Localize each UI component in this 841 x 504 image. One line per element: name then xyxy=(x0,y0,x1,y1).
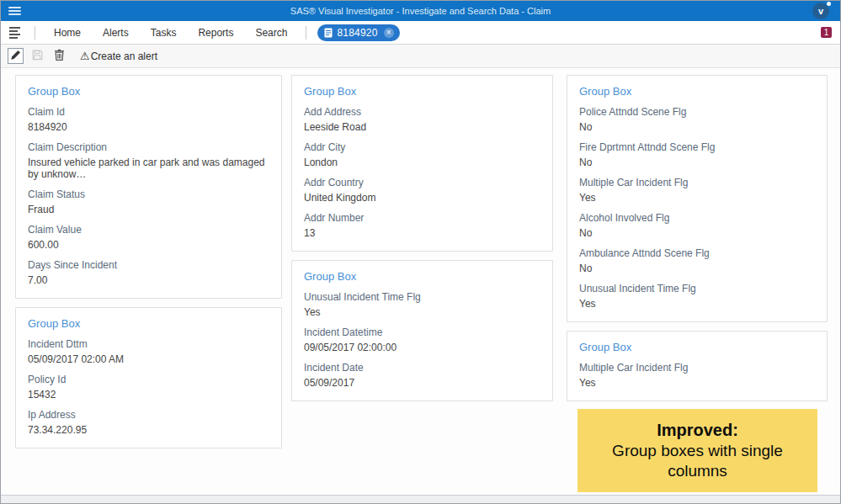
field-value: Leeside Road xyxy=(304,121,540,133)
field-value: United Kingdom xyxy=(304,192,540,204)
user-avatar[interactable]: v xyxy=(812,3,829,19)
annotation-heading: Improved: xyxy=(584,420,811,441)
field: Unusual Incident Time FlgYes xyxy=(304,291,540,318)
field-label: Unusual Incident Time Flg xyxy=(304,291,540,303)
pencil-icon xyxy=(10,49,21,64)
field-label: Policy Id xyxy=(28,374,269,385)
field-label: Fire Dprtmnt Attndd Scene Flg xyxy=(579,141,815,153)
field-label: Incident Date xyxy=(304,362,540,374)
divider xyxy=(306,26,306,40)
field-label: Claim Id xyxy=(28,106,269,118)
nav-item-search[interactable]: Search xyxy=(255,27,287,39)
group-box: Group BoxPolice Attndd Scene FlgNoFire D… xyxy=(567,75,828,322)
field-label: Addr City xyxy=(304,141,540,153)
column-2: Group BoxAdd AddressLeeside RoadAddr Cit… xyxy=(291,75,553,410)
field-label: Addr Country xyxy=(304,177,540,188)
field-value: Yes xyxy=(579,298,815,310)
hamburger-menu-icon[interactable] xyxy=(8,5,21,17)
application-title: SAS® Visual Investigator - Investigate a… xyxy=(1,6,840,16)
field: Fire Dprtmnt Attndd Scene FlgNo xyxy=(579,141,815,168)
field-label: Incident Dttm xyxy=(28,338,269,350)
delete-button[interactable] xyxy=(51,48,67,64)
create-alert-button[interactable]: ⚠ Create an alert xyxy=(80,50,157,62)
group-box-title: Group Box xyxy=(304,85,540,98)
save-button xyxy=(29,48,45,64)
field-value: Insured vehicle parked in car park and w… xyxy=(28,157,269,180)
field-value: 15432 xyxy=(28,389,269,401)
avatar-status-dot xyxy=(827,2,831,6)
create-alert-label: Create an alert xyxy=(91,50,157,62)
document-icon xyxy=(324,28,333,38)
field: Addr CityLondon xyxy=(304,141,540,168)
field-label: Ambulance Attndd Scene Flg xyxy=(579,247,815,259)
field-value: Yes xyxy=(579,377,815,389)
list-icon[interactable] xyxy=(9,25,22,40)
field-label: Alcohol Involved Flg xyxy=(579,212,815,224)
group-box-title: Group Box xyxy=(28,85,269,98)
field-label: Ip Address xyxy=(28,409,269,421)
field: Claim StatusFraud xyxy=(28,188,269,215)
field-value: 600.00 xyxy=(28,239,269,251)
group-box: Group BoxIncident Dttm05/09/2017 02:00 A… xyxy=(15,307,282,448)
group-box: Group BoxUnusual Incident Time FlgYesInc… xyxy=(291,260,553,401)
group-box: Group BoxClaim Id8184920Claim Descriptio… xyxy=(15,75,282,299)
save-icon xyxy=(32,49,43,64)
field: Days Since Incident7.00 xyxy=(28,259,269,286)
group-box: Group BoxAdd AddressLeeside RoadAddr Cit… xyxy=(291,75,553,252)
field: Ambulance Attndd Scene FlgNo xyxy=(579,247,815,274)
field-label: Multiple Car Incident Flg xyxy=(579,362,815,374)
field: Multiple Car Incident FlgYes xyxy=(579,362,815,389)
window-bottom-strip xyxy=(1,495,840,503)
field: Police Attndd Scene FlgNo xyxy=(579,106,815,133)
field: Alcohol Involved FlgNo xyxy=(579,212,815,239)
field: Ip Address73.34.220.95 xyxy=(28,409,269,436)
application-bar: SAS® Visual Investigator - Investigate a… xyxy=(1,1,840,21)
field: Multiple Car Incident FlgYes xyxy=(579,177,815,204)
record-toolbar: ⚠ Create an alert xyxy=(1,45,840,68)
field-value: No xyxy=(579,227,815,239)
field-value: No xyxy=(579,121,815,133)
nav-item-reports[interactable]: Reports xyxy=(198,27,233,39)
group-box-title: Group Box xyxy=(28,317,269,330)
annotation-body: Group boxes with single columns xyxy=(584,441,811,481)
nav-item-tasks[interactable]: Tasks xyxy=(151,27,177,39)
field-label: Incident Datetime xyxy=(304,326,540,338)
field-value: London xyxy=(304,157,540,168)
field-value: Yes xyxy=(304,306,540,318)
app-window: SAS® Visual Investigator - Investigate a… xyxy=(0,0,841,504)
field-value: 73.34.220.95 xyxy=(28,424,269,436)
edit-button[interactable] xyxy=(8,48,24,64)
field-label: Add Address xyxy=(304,106,540,118)
close-icon[interactable]: × xyxy=(384,28,394,38)
group-box-title: Group Box xyxy=(304,270,540,283)
field-value: Fraud xyxy=(28,204,269,215)
avatar-initial: v xyxy=(818,6,823,16)
field: Add AddressLeeside Road xyxy=(304,106,540,133)
field: Policy Id15432 xyxy=(28,374,269,401)
nav-item-alerts[interactable]: Alerts xyxy=(103,27,129,39)
nav-items: HomeAlertsTasksReportsSearch xyxy=(43,27,298,39)
field-label: Addr Number xyxy=(304,212,540,224)
field: Incident Date05/09/2017 xyxy=(304,362,540,389)
field-label: Multiple Car Incident Flg xyxy=(579,177,815,188)
field-value: No xyxy=(579,263,815,274)
field: Addr CountryUnited Kingdom xyxy=(304,177,540,204)
field: Claim Id8184920 xyxy=(28,106,269,133)
field: Incident Datetime09/05/2017 02:00:00 xyxy=(304,326,540,353)
field-value: No xyxy=(579,157,815,168)
field-value: 05/09/2017 02:00 AM xyxy=(28,353,269,365)
notification-badge[interactable]: 1 xyxy=(821,27,832,38)
navigation-bar: HomeAlertsTasksReportsSearch 8184920 × 1 xyxy=(1,21,840,45)
column-3: Group BoxPolice Attndd Scene FlgNoFire D… xyxy=(567,75,828,410)
group-box: Group BoxMultiple Car Incident FlgYes xyxy=(567,331,828,401)
field: Addr Number13 xyxy=(304,212,540,239)
field-label: Claim Description xyxy=(28,141,269,153)
field-label: Claim Value xyxy=(28,224,269,236)
field-label: Days Since Incident xyxy=(28,259,269,271)
record-tab[interactable]: 8184920 × xyxy=(317,24,399,41)
field-value: 13 xyxy=(304,227,540,239)
field-value: 8184920 xyxy=(28,121,269,133)
nav-item-home[interactable]: Home xyxy=(54,27,81,39)
field-label: Police Attndd Scene Flg xyxy=(579,106,815,118)
group-box-title: Group Box xyxy=(579,85,815,98)
